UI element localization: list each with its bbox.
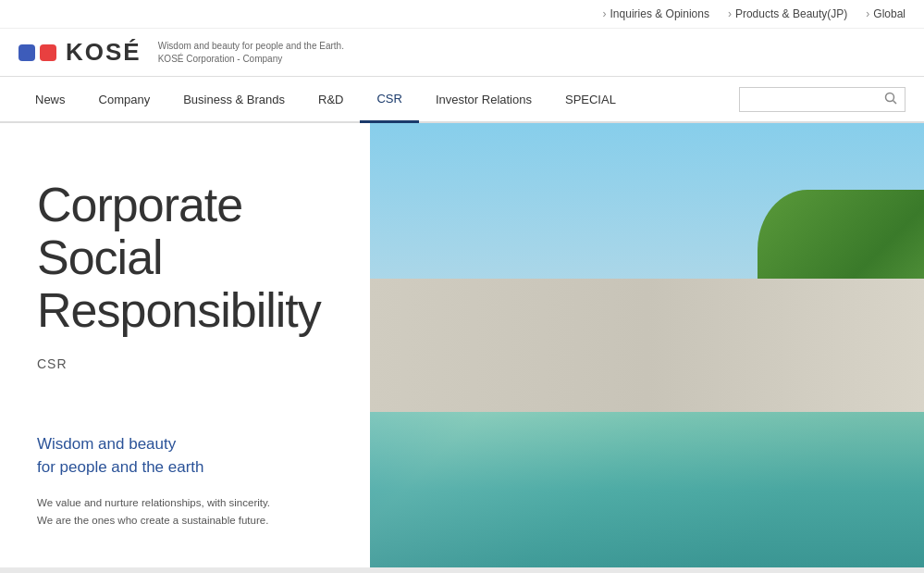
logo-square-red [40, 44, 56, 61]
logo-icon [18, 44, 56, 61]
csr-label: CSR [37, 356, 333, 371]
svg-point-0 [886, 93, 894, 101]
bottom-strip [0, 567, 924, 573]
inquiries-link[interactable]: Inquiries & Opinions [603, 7, 709, 20]
hero-section: Corporate Social Responsibility CSR Wisd… [0, 123, 924, 567]
products-link[interactable]: Products & Beauty(JP) [728, 7, 847, 20]
header: KOSÉ Wisdom and beauty for people and th… [0, 29, 924, 77]
svg-line-1 [893, 100, 897, 104]
nav-rd[interactable]: R&D [302, 78, 360, 121]
nav-company[interactable]: Company [82, 78, 167, 121]
scene-middle [370, 279, 924, 412]
hero-image-bg [370, 123, 924, 567]
hero-bottom-text: Wisdom and beautyfor people and the eart… [37, 395, 333, 530]
hero-desc: We value and nurture relationships, with… [37, 494, 333, 530]
nav-investor[interactable]: Investor Relations [419, 78, 548, 121]
logo-tagline: Wisdom and beauty for people and the Ear… [158, 40, 344, 66]
hero-left-panel: Corporate Social Responsibility CSR Wisd… [0, 123, 370, 567]
hero-title: Corporate Social Responsibility [37, 179, 333, 338]
scene-water [370, 412, 924, 567]
search-input[interactable] [747, 93, 884, 106]
utility-bar: Inquiries & Opinions Products & Beauty(J… [0, 0, 924, 29]
logo-name: KOSÉ [66, 38, 142, 67]
search-box [739, 87, 906, 112]
nav-business[interactable]: Business & Brands [166, 78, 302, 121]
main-nav: News Company Business & Brands R&D CSR I… [0, 77, 924, 123]
search-button[interactable] [884, 92, 897, 107]
nav-news[interactable]: News [18, 78, 82, 121]
hero-tagline: Wisdom and beautyfor people and the eart… [37, 432, 333, 480]
hero-image [370, 123, 924, 567]
logo-area: KOSÉ Wisdom and beauty for people and th… [18, 38, 344, 67]
logo-square-blue [18, 44, 35, 61]
search-icon [884, 92, 897, 105]
nav-special[interactable]: SPECIAL [548, 78, 633, 121]
nav-csr[interactable]: CSR [360, 77, 418, 123]
global-link[interactable]: Global [866, 7, 906, 20]
